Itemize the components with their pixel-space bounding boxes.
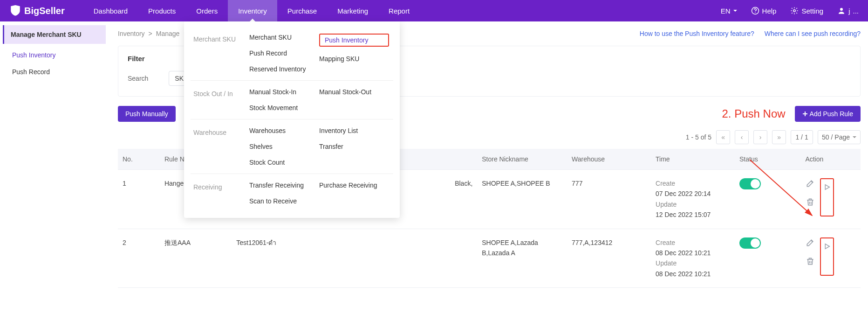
page-range: 1 - 5 of 5 [686, 133, 711, 141]
bc-inventory[interactable]: Inventory [118, 30, 145, 37]
help-link-push-recording[interactable]: Where can I see push recording? [765, 30, 861, 37]
brand-logo[interactable]: BigSeller [9, 5, 65, 17]
edit-icon[interactable] [805, 237, 815, 248]
mega-link-push-inventory[interactable]: Push Inventory [325, 36, 368, 44]
inventory-mega-menu: Merchant SKU Merchant SKU Push Record Re… [184, 21, 400, 218]
svg-point-3 [840, 8, 843, 11]
svg-point-1 [755, 12, 756, 13]
mega-cat-stock: Stock Out / In [184, 88, 249, 112]
nav-orders[interactable]: Orders [186, 0, 228, 21]
mega-link-transfer-receiving[interactable]: Transfer Receiving [249, 181, 319, 189]
main-nav: Dashboard Products Orders Inventory Purc… [83, 0, 420, 21]
col-action: Action [800, 149, 861, 170]
mega-link-warehouses[interactable]: Warehouses [249, 127, 319, 134]
topbar: BigSeller Dashboard Products Orders Inve… [0, 0, 868, 21]
first-page-button[interactable]: « [716, 130, 730, 144]
user-icon [837, 7, 846, 15]
mega-cat-merchant-sku: Merchant SKU [184, 34, 249, 73]
mega-link-manual-stockout[interactable]: Manual Stock-Out [319, 88, 389, 96]
svg-point-2 [793, 10, 796, 12]
sidebar-heading: Manage Merchant SKU [3, 25, 106, 44]
lang-label: EN [721, 7, 731, 15]
annotation-red-box: Push Inventory [319, 34, 389, 47]
mega-link-transfer[interactable]: Transfer [319, 143, 389, 150]
mega-link-scan-receive[interactable]: Scan to Receive [249, 197, 319, 205]
col-time: Time [651, 149, 735, 170]
mega-link-reserved-inv[interactable]: Reserved Inventory [249, 65, 319, 73]
nav-report[interactable]: Report [378, 0, 420, 21]
search-label: Search [128, 75, 148, 82]
nav-products[interactable]: Products [138, 0, 186, 21]
table-row: 2 推送AAA Test12061-ดำ SHOPEE A,Lazada B,L… [118, 229, 861, 288]
help-icon [751, 7, 759, 15]
user-menu[interactable]: j... [837, 7, 859, 15]
mega-link-stock-count[interactable]: Stock Count [249, 159, 319, 166]
push-now-button[interactable] [820, 237, 834, 276]
sidebar-item-push-record[interactable]: Push Record [3, 63, 106, 80]
mega-cat-receiving: Receiving [184, 181, 249, 205]
delete-icon[interactable] [805, 197, 815, 207]
help-link[interactable]: Help [751, 7, 777, 15]
plus-icon [802, 111, 808, 117]
mega-link-mapping-sku[interactable]: Mapping SKU [319, 55, 389, 63]
push-now-button[interactable] [820, 178, 834, 216]
chevron-down-icon [733, 10, 737, 14]
col-warehouse: Warehouse [567, 149, 651, 170]
delete-icon[interactable] [805, 256, 815, 266]
brand-text: BigSeller [24, 6, 65, 16]
last-page-button[interactable]: » [772, 130, 786, 144]
mega-cat-warehouse: Warehouse [184, 127, 249, 166]
annotation-push-now: 2. Push Now [722, 107, 786, 120]
setting-label: Setting [801, 7, 823, 15]
nav-inventory[interactable]: Inventory [228, 0, 277, 21]
play-icon [823, 242, 831, 251]
chevron-down-icon [853, 136, 856, 140]
help-label: Help [762, 7, 777, 15]
nav-purchase[interactable]: Purchase [277, 0, 327, 21]
col-no: No. [118, 149, 160, 170]
mega-link-purchase-receiving[interactable]: Purchase Receiving [319, 181, 389, 189]
mega-link-shelves[interactable]: Shelves [249, 143, 319, 150]
mega-link-stock-movement[interactable]: Stock Movement [249, 104, 319, 112]
per-page-select[interactable]: 50 / Page [818, 130, 861, 144]
nav-dashboard[interactable]: Dashboard [83, 0, 138, 21]
page-layout: Manage Merchant SKU Push Inventory Push … [0, 21, 868, 297]
topbar-right: EN Help Setting j... [721, 7, 859, 15]
play-icon [823, 183, 831, 191]
logo-icon [9, 5, 21, 17]
user-label: j [848, 7, 850, 15]
mega-link-inventory-list[interactable]: Inventory List [319, 127, 389, 134]
sidebar-item-push-inventory[interactable]: Push Inventory [3, 47, 106, 63]
lang-switcher[interactable]: EN [721, 7, 737, 15]
next-page-button[interactable]: › [753, 130, 767, 144]
prev-page-button[interactable]: ‹ [735, 130, 749, 144]
sidebar: Manage Merchant SKU Push Inventory Push … [0, 21, 109, 297]
mega-link-manual-stockin[interactable]: Manual Stock-In [249, 88, 319, 96]
col-store: Store Nickname [477, 149, 567, 170]
add-push-rule-button[interactable]: Add Push Rule [795, 106, 861, 122]
help-link-push-feature[interactable]: How to use the Push Inventory feature? [640, 30, 754, 37]
page-input[interactable]: 1 / 1 [791, 130, 813, 144]
bc-manage: Manage [156, 30, 180, 37]
col-status: Status [735, 149, 800, 170]
push-manually-button[interactable]: Push Manually [118, 106, 176, 122]
status-toggle[interactable] [739, 237, 761, 249]
gear-icon [790, 7, 799, 15]
status-toggle[interactable] [739, 178, 761, 189]
setting-link[interactable]: Setting [790, 7, 823, 15]
mega-link-push-record[interactable]: Push Record [249, 49, 319, 57]
edit-icon[interactable] [805, 178, 815, 188]
nav-marketing[interactable]: Marketing [327, 0, 378, 21]
mega-link-merchant-sku[interactable]: Merchant SKU [249, 34, 319, 41]
